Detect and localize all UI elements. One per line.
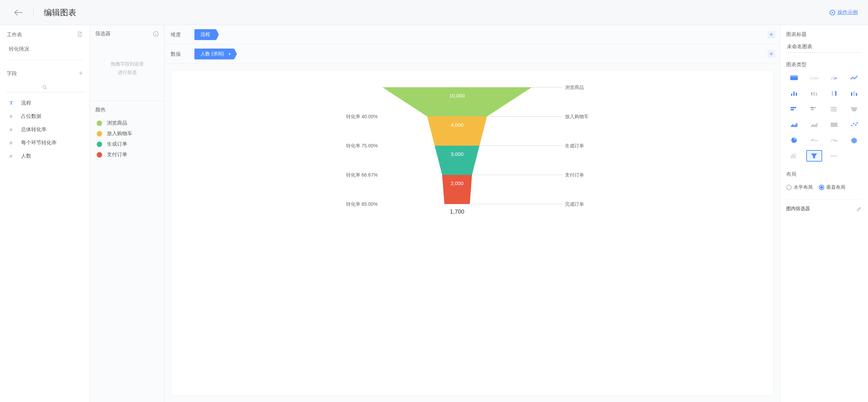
value-pill[interactable]: 人数 (求和)▾ [194,49,234,59]
chart-card: 10,000浏览商品转化率 40.00%4,000放入购物车转化率 75.00%… [171,70,774,396]
chart-type-option[interactable] [846,88,862,99]
chart-type-option[interactable] [786,134,802,146]
chart-title-label: 图表标题 [786,31,862,38]
worksheet-label: 工作表 [7,32,22,38]
field-item[interactable]: #占位数据 [0,110,90,123]
funnel-rate-label: 转化率 85.00% [346,201,377,207]
chart-type-option[interactable] [806,103,822,115]
svg-point-32 [812,140,813,141]
funnel-rate-label: 转化率 40.00% [346,114,377,119]
chart-type-option[interactable] [826,134,842,146]
svg-rect-23 [831,107,837,108]
legend-item[interactable]: 放入购物车 [95,128,159,139]
sidebar-divider [6,60,83,60]
fields-section-header: 字段 + [0,63,90,80]
chart-type-option[interactable] [846,103,862,115]
chart-type-option[interactable] [826,119,842,130]
svg-rect-26 [831,123,837,127]
legend-item[interactable]: 浏览商品 [95,118,159,128]
example-link-label: 操作示例 [837,9,858,16]
sidebar-left: 工作表 转化情况 字段 + T流程 #占位数据 #总体转化率 #每个环节转化率 … [0,25,90,402]
svg-point-1 [43,85,46,88]
chart-type-option[interactable] [846,119,862,130]
svg-rect-10 [813,92,815,96]
legend-item[interactable]: 支付订单 [95,149,159,160]
chart-type-option[interactable] [806,88,822,99]
add-field-icon[interactable]: + [78,70,83,77]
config-column: 筛选器 拖拽字段到这里 进行筛选 颜色 浏览商品放入购物车生成订单支付订单 [90,25,165,402]
svg-rect-18 [791,107,796,108]
layout-vertical-radio[interactable]: 垂直布局 [819,184,845,190]
funnel-segment[interactable] [435,146,479,175]
pencil-icon[interactable] [856,206,862,212]
field-type-number-icon: # [10,140,16,146]
field-item[interactable]: #总体转化率 [0,123,90,136]
chart-type-option[interactable] [846,134,862,146]
funnel-rate-label: 转化率 66.67% [346,172,377,178]
field-type-text-icon: T [10,100,16,106]
funnel-segment[interactable] [442,175,472,204]
svg-rect-22 [811,107,813,108]
chart-type-option[interactable] [826,88,842,99]
funnel-stage-label: 支付订单 [565,172,584,178]
worksheet-item[interactable]: 转化情况 [0,42,90,56]
add-worksheet-icon[interactable] [77,31,83,38]
value-row: 数值 人数 (求和)▾ + [165,44,780,64]
field-item[interactable]: #每个环节转化率 [0,136,90,149]
chart-type-option[interactable] [786,150,802,162]
chart-type-option[interactable] [826,72,842,84]
funnel-stage-label: 完成订单 [565,201,584,207]
chart-type-option[interactable] [786,119,802,130]
chart-type-option[interactable]: 12,816 [806,72,822,84]
filter-dropzone[interactable]: 拖拽字段到这里 进行筛选 [95,41,159,95]
header-bar: 编辑图表 操作示例 [0,0,868,25]
svg-rect-8 [796,93,797,96]
svg-rect-36 [794,156,795,158]
field-item[interactable]: #人数 [0,149,90,163]
chart-type-option[interactable] [826,103,842,115]
chart-type-grid: 12,816Dolor [786,72,862,162]
layout-horizontal-radio[interactable]: 水平布局 [786,184,813,190]
info-icon[interactable] [153,31,159,37]
funnel-value: 2,000 [451,180,464,186]
chart-type-option[interactable] [786,88,802,99]
legend-item[interactable]: 生成订单 [95,139,159,149]
color-label: 颜色 [95,107,159,113]
chart-type-option[interactable] [786,72,802,84]
fields-label: 字段 [7,70,17,77]
funnel-stage-label: 生成订单 [565,143,584,148]
header-divider [33,8,34,17]
svg-rect-12 [811,93,812,94]
svg-point-27 [851,125,852,126]
chart-type-option[interactable]: Dolor [826,150,842,162]
dimension-pill[interactable]: 流程 [194,29,216,40]
add-dimension-button[interactable]: + [768,31,775,38]
funnel-segment[interactable] [382,87,532,116]
example-link[interactable]: 操作示例 [829,9,858,16]
chart-type-option[interactable] [806,150,822,162]
chart-type-option[interactable] [806,119,822,130]
chart-type-option[interactable] [806,134,822,146]
chart-type-option[interactable] [786,103,802,115]
field-search[interactable] [6,83,83,92]
field-item[interactable]: T流程 [0,96,90,110]
back-button[interactable] [10,4,26,21]
svg-rect-16 [853,91,855,96]
worksheet-section-header: 工作表 [0,25,90,42]
svg-rect-6 [791,94,792,96]
layout-label: 布局 [786,171,862,178]
dimension-label: 维度 [171,32,194,38]
filter-section: 筛选器 拖拽字段到这里 进行筛选 [90,25,164,101]
in-chart-filter-label: 图内筛选器 [786,206,810,212]
chart-type-option[interactable] [846,72,862,84]
add-value-button[interactable]: + [768,50,775,58]
funnel-segment[interactable] [427,116,487,146]
chart-title-input[interactable] [786,42,862,53]
panel-right: 图表标题 图表类型 12,816Dolor 布局 水平布局 垂直布局 图内筛选器 [780,25,868,402]
filter-label: 筛选器 [95,31,111,37]
svg-rect-21 [811,109,814,110]
value-label: 数值 [171,51,194,57]
chevron-down-icon: ▾ [229,52,231,56]
svg-rect-15 [851,92,852,96]
svg-point-33 [834,140,835,141]
